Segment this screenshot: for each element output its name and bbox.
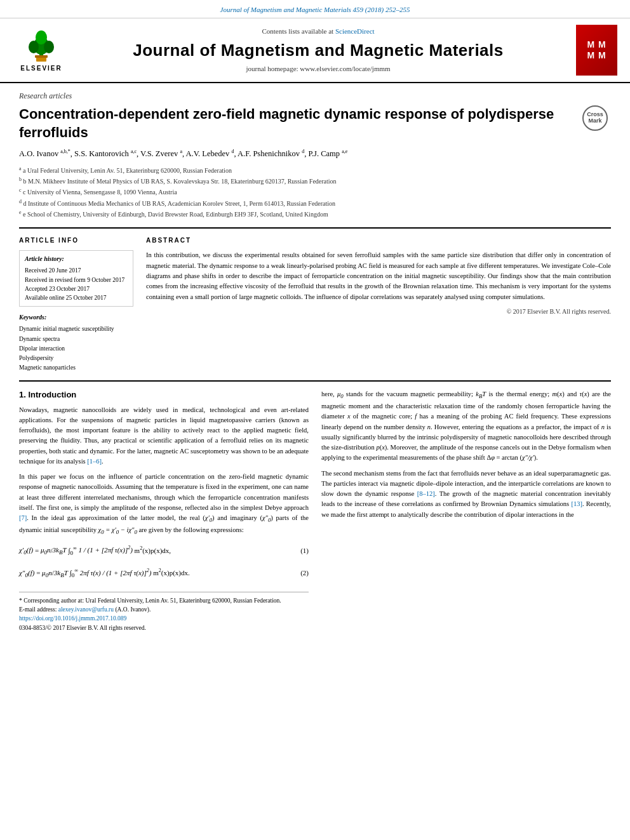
- journal-cover-image: M MM M: [576, 25, 617, 76]
- elsevier-logo: ELSEVIER: [13, 28, 70, 73]
- introduction-section: 1. Introduction Nowadays, magnetic nanoc…: [19, 389, 611, 632]
- article-info-title: ARTICLE INFO: [19, 236, 133, 245]
- journal-top-bar: Journal of Magnetism and Magnetic Materi…: [0, 0, 630, 18]
- contents-line: Contents lists available at ScienceDirec…: [70, 27, 566, 36]
- available-date: Available online 25 October 2017: [25, 293, 128, 302]
- svg-point-2: [29, 41, 39, 53]
- doi-link[interactable]: https://doi.org/10.1016/j.jmmm.2017.10.0…: [19, 615, 126, 622]
- journal-name-area: Contents lists available at ScienceDirec…: [70, 27, 566, 74]
- journal-url-text: journal homepage: www.elsevier.com/locat…: [246, 65, 390, 72]
- article-info-abstract: ARTICLE INFO Article history: Received 2…: [19, 236, 611, 373]
- ref-13-link[interactable]: [13]: [571, 500, 582, 507]
- right-para-2: The second mechanism stems from the fact…: [321, 469, 611, 520]
- formula-2-number: (2): [300, 568, 309, 578]
- page-wrapper: Journal of Magnetism and Magnetic Materi…: [0, 0, 630, 632]
- keyword-3: Dipolar interaction: [19, 344, 133, 354]
- sciencedirect-link[interactable]: ScienceDirect: [335, 27, 375, 35]
- issn-note: 0304-8853/© 2017 Elsevier B.V. All right…: [19, 623, 309, 632]
- intro-para-1: Nowadays, magnetic nanocolloids are wide…: [19, 405, 309, 467]
- elsevier-brand-text: ELSEVIER: [13, 64, 70, 73]
- journal-citation: Journal of Magnetism and Magnetic Materi…: [220, 6, 410, 13]
- abstract-title: ABSTRACT: [146, 236, 611, 245]
- intro-para-2: In this paper we focus on the influence …: [19, 472, 309, 537]
- affiliations: a a Ural Federal University, Lenin Av. 5…: [19, 165, 611, 220]
- revised-date: Received in revised form 9 October 2017: [25, 276, 128, 284]
- authors-line: A.O. Ivanov a,b,*, S.S. Kantorovich a,c,…: [19, 148, 611, 160]
- keyword-1: Dynamic initial magnetic susceptibility: [19, 324, 133, 334]
- formula-2: χ″0(f) = μ0n/3kBT ∫0∞ 2πf τ(x) / (1 + [2…: [19, 567, 190, 580]
- ref-7-link[interactable]: [7]: [19, 514, 27, 521]
- received-date: Received 20 June 2017: [25, 266, 128, 275]
- article-history: Article history: Received 20 June 2017 R…: [19, 250, 133, 307]
- abstract-col: ABSTRACT In this contribution, we discus…: [146, 236, 611, 373]
- journal-title: Journal of Magnetism and Magnetic Materi…: [70, 39, 566, 62]
- affiliation-e: e e School of Chemistry, University of E…: [19, 209, 611, 220]
- ref-8-12-link[interactable]: [8–12]: [417, 490, 435, 497]
- email-link[interactable]: alexey.ivanov@urfu.ru: [58, 606, 114, 613]
- article-title: Concentration-dependent zero-field magne…: [19, 105, 611, 142]
- journal-header: ELSEVIER Contents lists available at Sci…: [0, 18, 630, 83]
- ref-1-6-link[interactable]: [1–6]: [87, 458, 102, 465]
- footnote-section: * Corresponding author at: Ural Federal …: [19, 592, 309, 632]
- bottom-divider: [19, 380, 611, 382]
- article-title-text: Concentration-dependent zero-field magne…: [19, 106, 554, 140]
- affiliation-b: b b M.N. Mikheev Institute of Metal Phys…: [19, 176, 611, 187]
- crossmark-icon: CrossMark: [582, 105, 608, 131]
- history-title: Article history:: [25, 255, 128, 263]
- keywords-title: Keywords:: [19, 313, 133, 322]
- svg-point-4: [36, 30, 47, 44]
- formula-1: χ′0(f) = μ0n/3kBT ∫0∞ 1 / (1 + [2πf τ(x)…: [19, 545, 171, 557]
- main-content: Research articles Concentration-dependen…: [0, 91, 630, 632]
- formula-1-number: (1): [300, 546, 309, 556]
- keyword-4: Polydispersity: [19, 354, 133, 363]
- abstract-text: In this contribution, we discuss the exp…: [146, 250, 611, 302]
- svg-rect-6: [35, 55, 48, 58]
- formula-1-block: χ′0(f) = μ0n/3kBT ∫0∞ 1 / (1 + [2πf τ(x)…: [19, 542, 309, 560]
- article-info-col: ARTICLE INFO Article history: Received 2…: [19, 236, 133, 373]
- keyword-5: Magnetic nanoparticles: [19, 363, 133, 373]
- elsevier-tree-icon: [22, 28, 60, 63]
- least-text: least: [27, 494, 39, 501]
- doi-note: https://doi.org/10.1016/j.jmmm.2017.10.0…: [19, 614, 309, 623]
- authors-text: A.O. Ivanov a,b,*, S.S. Kantorovich a,c,…: [19, 149, 347, 158]
- right-para-1: here, μ0 stands for the vacuum magnetic …: [321, 389, 611, 463]
- accepted-date: Accepted 23 October 2017: [25, 284, 128, 293]
- section-label: Research articles: [19, 91, 611, 102]
- email-note: E-mail address: alexey.ivanov@urfu.ru (A…: [19, 605, 309, 614]
- journal-url: journal homepage: www.elsevier.com/locat…: [70, 64, 566, 74]
- affiliation-d: d d Institute of Continuous Media Mechan…: [19, 198, 611, 209]
- formula-2-block: χ″0(f) = μ0n/3kBT ∫0∞ 2πf τ(x) / (1 + [2…: [19, 564, 309, 582]
- section-1-heading: 1. Introduction: [19, 389, 309, 401]
- intro-left-col: 1. Introduction Nowadays, magnetic nanoc…: [19, 389, 309, 632]
- keywords-section: Keywords: Dynamic initial magnetic susce…: [19, 313, 133, 373]
- corresponding-author-note: * Corresponding author at: Ural Federal …: [19, 596, 309, 605]
- thick-divider: [19, 227, 611, 229]
- keyword-2: Dynamic spectra: [19, 335, 133, 344]
- copyright-line: © 2017 Elsevier B.V. All rights reserved…: [146, 307, 611, 316]
- affiliation-c: c c University of Vienna, Sensengasse 8,…: [19, 187, 611, 197]
- svg-point-3: [44, 41, 54, 53]
- intro-right-col: here, μ0 stands for the vacuum magnetic …: [321, 389, 611, 632]
- journal-thumbnail: M MM M: [576, 25, 617, 76]
- crossmark-badge[interactable]: CrossMark: [582, 105, 611, 134]
- affiliation-a: a a Ural Federal University, Lenin Av. 5…: [19, 165, 611, 176]
